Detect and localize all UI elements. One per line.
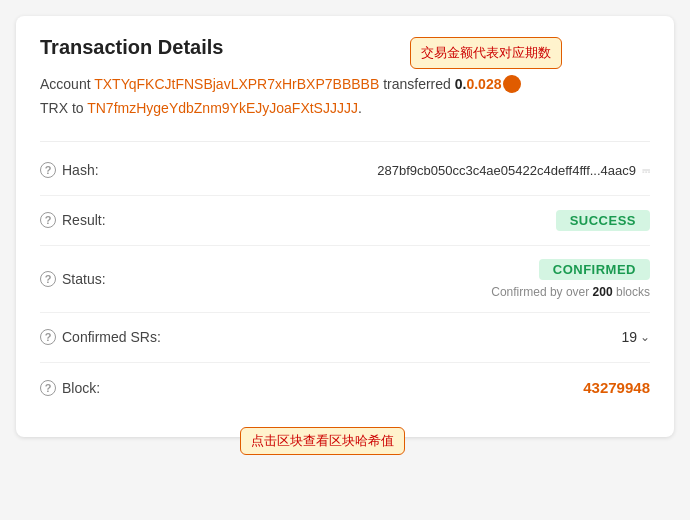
hash-label-group: ? Hash: [40, 162, 200, 178]
confirmed-badge: CONFIRMED [539, 259, 650, 280]
sr-count: 19 [621, 329, 637, 345]
result-value: SUCCESS [200, 210, 650, 231]
account-line: 交易金额代表对应期数 Account TXTYqFKCJtFNSBjavLXPR… [40, 73, 650, 121]
block-label: Block: [62, 380, 100, 396]
amount-zero: 0. [455, 76, 467, 92]
result-question-icon[interactable]: ? [40, 212, 56, 228]
result-label-group: ? Result: [40, 212, 200, 228]
divider-top [40, 141, 650, 142]
srs-question-icon[interactable]: ? [40, 329, 56, 345]
block-label-group: ? Block: [40, 380, 200, 396]
result-label: Result: [62, 212, 106, 228]
to-text: to [72, 100, 87, 116]
hash-label: Hash: [62, 162, 99, 178]
tooltip-block: 点击区块查看区块哈希值 [240, 427, 405, 455]
sender-address[interactable]: TXTYqFKCJtFNSBjavLXPR7xHrBXP7BBBBB [94, 76, 379, 92]
confirmed-sub-text: Confirmed by over [491, 285, 589, 299]
receiver-address[interactable]: TN7fmzHygeYdbZnm9YkEJyJoaFXtSJJJJJ [87, 100, 358, 116]
confirmed-blocks: 200 [593, 285, 613, 299]
transaction-details-card: Transaction Details 交易金额代表对应期数 Account T… [16, 16, 674, 437]
status-question-icon[interactable]: ? [40, 271, 56, 287]
period: . [358, 100, 362, 116]
block-question-icon[interactable]: ? [40, 380, 56, 396]
hash-text: 287bf9cb050cc3c4ae05422c4deff4fff...4aac… [377, 163, 636, 178]
hash-row: ? Hash: 287bf9cb050cc3c4ae05422c4deff4ff… [40, 146, 650, 196]
srs-value: 19 ⌄ [200, 329, 650, 345]
hash-question-icon[interactable]: ? [40, 162, 56, 178]
block-value-wrapper: 43279948 [200, 379, 650, 396]
confirmed-srs-row: ? Confirmed SRs: 19 ⌄ [40, 313, 650, 363]
status-value: CONFIRMED Confirmed by over 200 blocks [200, 259, 650, 299]
srs-label: Confirmed SRs: [62, 329, 161, 345]
result-row: ? Result: SUCCESS [40, 196, 650, 246]
success-badge: SUCCESS [556, 210, 650, 231]
confirmed-sub: Confirmed by over 200 blocks [491, 285, 650, 299]
chevron-down-icon[interactable]: ⌄ [640, 330, 650, 344]
trx-icon [503, 75, 521, 93]
copy-icon[interactable]: ⎓ [642, 162, 650, 178]
tooltip-amount: 交易金额代表对应期数 [410, 37, 562, 69]
block-row: 点击区块查看区块哈希值 ? Block: 43279948 [40, 363, 650, 413]
confirmed-blocks-suffix: blocks [616, 285, 650, 299]
currency-label: TRX [40, 100, 68, 116]
status-row: ? Status: CONFIRMED Confirmed by over 20… [40, 246, 650, 313]
amount-value: 0.028 [466, 76, 501, 92]
account-prefix: Account [40, 76, 91, 92]
hash-value: 287bf9cb050cc3c4ae05422c4deff4fff...4aac… [200, 162, 650, 178]
status-label-group: ? Status: [40, 271, 200, 287]
status-label: Status: [62, 271, 106, 287]
middle-text: transferred [383, 76, 455, 92]
sr-count-wrapper: 19 ⌄ [200, 329, 650, 345]
srs-label-group: ? Confirmed SRs: [40, 329, 200, 345]
block-number[interactable]: 43279948 [583, 379, 650, 396]
